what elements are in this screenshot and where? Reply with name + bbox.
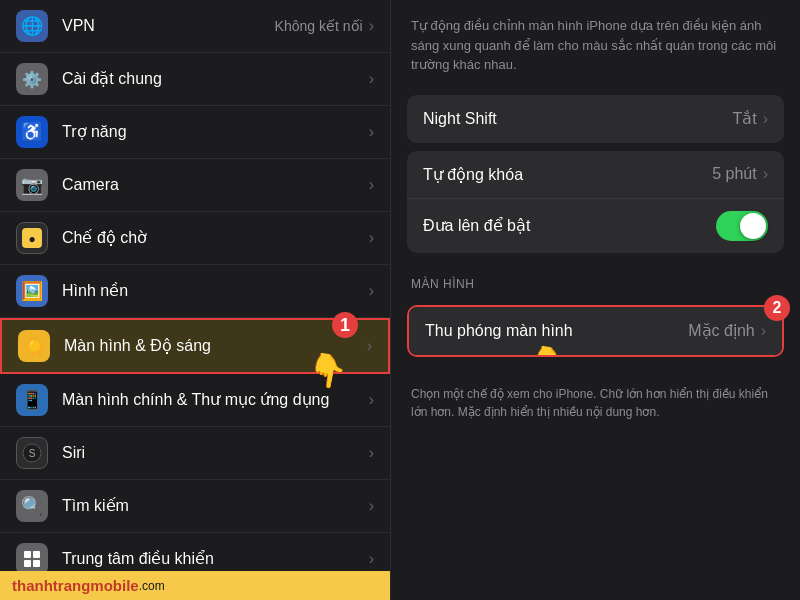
controlcenter-chevron: › <box>369 550 374 568</box>
night-shift-row[interactable]: Night Shift Tắt › <box>407 95 784 143</box>
night-shift-label: Night Shift <box>423 110 732 128</box>
homescreen-chevron: › <box>369 391 374 409</box>
section-header-manhinh: MÀN HÌNH <box>391 261 800 297</box>
settings-item-standby[interactable]: ● Chế độ chờ › <box>0 212 390 265</box>
standby-label: Chế độ chờ <box>62 228 369 249</box>
settings-item-wallpaper[interactable]: 🖼️ Hình nền › <box>0 265 390 318</box>
right-content: Tự động điều chỉnh màn hình iPhone dựa t… <box>391 0 800 600</box>
display-chevron: › <box>367 337 372 355</box>
wallpaper-chevron: › <box>369 282 374 300</box>
logo-com: .com <box>139 579 165 593</box>
standby-chevron: › <box>369 229 374 247</box>
search-icon: 🔍 <box>16 490 48 522</box>
settings-item-siri[interactable]: S Siri › <box>0 427 390 480</box>
vpn-icon: 🌐 <box>16 10 48 42</box>
svg-rect-5 <box>33 551 40 558</box>
zoom-chevron: › <box>761 322 766 340</box>
toggle-knob <box>740 213 766 239</box>
camera-icon: 📷 <box>16 169 48 201</box>
zoom-label: Thu phóng màn hình <box>425 322 688 340</box>
search-chevron: › <box>369 497 374 515</box>
settings-item-search[interactable]: 🔍 Tìm kiếm › <box>0 480 390 533</box>
general-chevron: › <box>369 70 374 88</box>
vpn-value: Không kết nối <box>275 18 363 34</box>
search-label: Tìm kiếm <box>62 496 369 517</box>
night-shift-chevron: › <box>763 110 768 128</box>
vpn-chevron: › <box>369 17 374 35</box>
svg-text:●: ● <box>28 232 35 246</box>
logo-bar: thanhtrangmobile .com <box>0 571 390 600</box>
night-shift-value: Tắt <box>732 109 756 128</box>
zoom-value: Mặc định <box>688 321 754 340</box>
settings-list: 🌐 VPN Không kết nối › ⚙️ Cài đặt chung ›… <box>0 0 390 571</box>
settings-item-controlcenter[interactable]: Trung tâm điều khiển › <box>0 533 390 571</box>
settings-item-general[interactable]: ⚙️ Cài đặt chung › <box>0 53 390 106</box>
zoom-row[interactable]: Thu phóng màn hình Mặc định › 👇 <box>409 307 782 355</box>
raise-to-wake-row[interactable]: Đưa lên để bật <box>407 199 784 253</box>
display-icon: ☀️ <box>18 330 50 362</box>
zoom-section-wrapper: 2 Thu phóng màn hình Mặc định › 👇 <box>407 305 784 357</box>
night-shift-section: Night Shift Tắt › <box>407 95 784 143</box>
raise-label: Đưa lên để bật <box>423 216 716 235</box>
raise-toggle[interactable] <box>716 211 768 241</box>
general-label: Cài đặt chung <box>62 69 369 90</box>
siri-label: Siri <box>62 443 369 464</box>
wallpaper-label: Hình nền <box>62 281 369 302</box>
settings-item-vpn[interactable]: 🌐 VPN Không kết nối › <box>0 0 390 53</box>
cursor-hand-2: 👇 <box>526 341 572 356</box>
homescreen-icon: 📱 <box>16 384 48 416</box>
controlcenter-icon <box>16 543 48 571</box>
auto-lock-value: 5 phút <box>712 165 756 183</box>
left-panel: 🌐 VPN Không kết nối › ⚙️ Cài đặt chung ›… <box>0 0 390 600</box>
settings-item-accessibility[interactable]: ♿ Trợ năng › <box>0 106 390 159</box>
settings-item-camera[interactable]: 📷 Camera › <box>0 159 390 212</box>
svg-text:S: S <box>29 448 36 459</box>
zoom-desc: Chọn một chế độ xem cho iPhone. Chữ lớn … <box>391 377 800 437</box>
camera-chevron: › <box>369 176 374 194</box>
auto-lock-row[interactable]: Tự động khóa 5 phút › <box>407 151 784 199</box>
zoom-section: Thu phóng màn hình Mặc định › 👇 <box>407 305 784 357</box>
camera-label: Camera <box>62 175 369 196</box>
standby-icon: ● <box>16 222 48 254</box>
logo-text: thanhtrangmobile <box>12 577 139 594</box>
accessibility-label: Trợ năng <box>62 122 369 143</box>
auto-lock-chevron: › <box>763 165 768 183</box>
svg-rect-4 <box>24 551 31 558</box>
auto-lock-label: Tự động khóa <box>423 165 712 184</box>
wallpaper-icon: 🖼️ <box>16 275 48 307</box>
svg-rect-6 <box>24 560 31 567</box>
homescreen-label: Màn hình chính & Thư mục ứng dụng <box>62 390 369 411</box>
svg-rect-7 <box>33 560 40 567</box>
badge-1: 1 <box>332 312 358 338</box>
vpn-label: VPN <box>62 16 275 37</box>
siri-icon: S <box>16 437 48 469</box>
right-panel: Tự động điều chỉnh màn hình iPhone dựa t… <box>391 0 800 600</box>
badge-2: 2 <box>764 295 790 321</box>
general-icon: ⚙️ <box>16 63 48 95</box>
accessibility-chevron: › <box>369 123 374 141</box>
description-text: Tự động điều chỉnh màn hình iPhone dựa t… <box>391 0 800 87</box>
autolock-section: Tự động khóa 5 phút › Đưa lên để bật <box>407 151 784 253</box>
siri-chevron: › <box>369 444 374 462</box>
cursor-hand-1: 👇 <box>305 349 351 393</box>
controlcenter-label: Trung tâm điều khiển <box>62 549 369 570</box>
settings-item-display[interactable]: ☀️ Màn hình & Độ sáng › 1 👇 <box>0 318 390 374</box>
accessibility-icon: ♿ <box>16 116 48 148</box>
